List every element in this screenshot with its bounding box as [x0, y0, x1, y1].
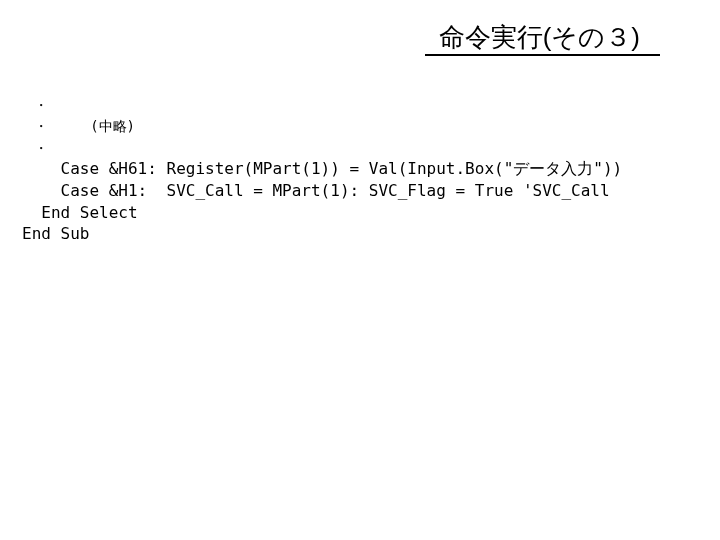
- ellipsis-dot: ・: [22, 97, 48, 113]
- code-line: Case &H1: SVC_Call = MPart(1): SVC_Flag …: [22, 181, 610, 200]
- code-block: ・ ・ (中略) ・ Case &H61: Register(MPart(1))…: [22, 72, 622, 245]
- page-title: 命令実行(その３): [439, 20, 640, 55]
- omitted-label: (中略): [90, 119, 135, 134]
- title-underline: [425, 54, 660, 56]
- code-line: Case &H61: Register(MPart(1)) = Val(Inpu…: [22, 159, 622, 178]
- code-line: End Select: [22, 203, 138, 222]
- slide-page: 命令実行(その３) ・ ・ (中略) ・ Case &H61: Register…: [0, 0, 720, 540]
- ellipsis-dot: ・: [22, 140, 48, 156]
- ellipsis-dot: ・ (中略): [22, 118, 135, 134]
- code-line: End Sub: [22, 224, 89, 243]
